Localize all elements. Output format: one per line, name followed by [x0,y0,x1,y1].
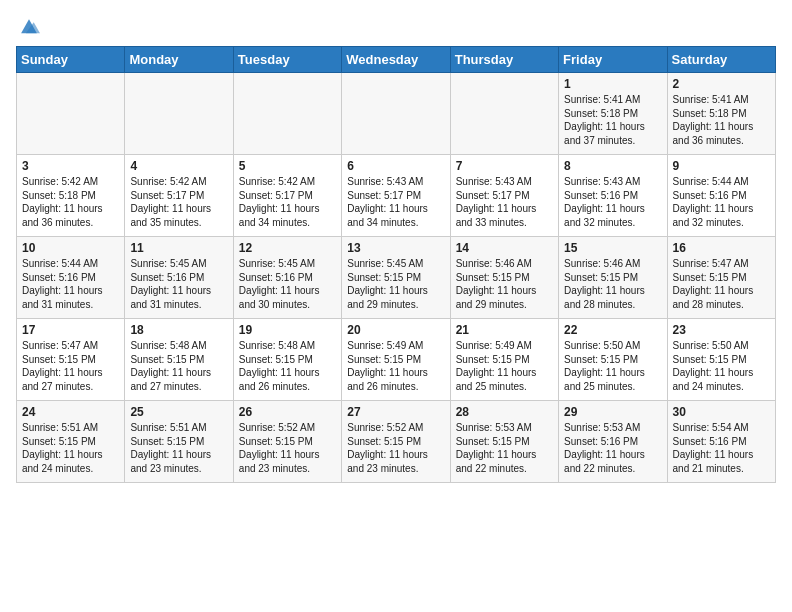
day-number: 19 [239,323,336,337]
calendar-week-row: 3Sunrise: 5:42 AM Sunset: 5:18 PM Daylig… [17,155,776,237]
weekday-header: Friday [559,47,667,73]
day-number: 2 [673,77,770,91]
day-info: Sunrise: 5:48 AM Sunset: 5:15 PM Dayligh… [130,339,227,393]
calendar-cell: 19Sunrise: 5:48 AM Sunset: 5:15 PM Dayli… [233,319,341,401]
day-number: 23 [673,323,770,337]
day-number: 14 [456,241,553,255]
calendar-cell [450,73,558,155]
calendar-cell: 29Sunrise: 5:53 AM Sunset: 5:16 PM Dayli… [559,401,667,483]
day-number: 20 [347,323,444,337]
calendar-cell: 28Sunrise: 5:53 AM Sunset: 5:15 PM Dayli… [450,401,558,483]
calendar-cell: 14Sunrise: 5:46 AM Sunset: 5:15 PM Dayli… [450,237,558,319]
calendar-cell: 1Sunrise: 5:41 AM Sunset: 5:18 PM Daylig… [559,73,667,155]
calendar-cell: 10Sunrise: 5:44 AM Sunset: 5:16 PM Dayli… [17,237,125,319]
calendar-cell [125,73,233,155]
calendar-cell: 9Sunrise: 5:44 AM Sunset: 5:16 PM Daylig… [667,155,775,237]
calendar-cell: 24Sunrise: 5:51 AM Sunset: 5:15 PM Dayli… [17,401,125,483]
weekday-header: Monday [125,47,233,73]
calendar-week-row: 17Sunrise: 5:47 AM Sunset: 5:15 PM Dayli… [17,319,776,401]
day-number: 16 [673,241,770,255]
day-info: Sunrise: 5:50 AM Sunset: 5:15 PM Dayligh… [564,339,661,393]
day-info: Sunrise: 5:52 AM Sunset: 5:15 PM Dayligh… [347,421,444,475]
day-info: Sunrise: 5:43 AM Sunset: 5:16 PM Dayligh… [564,175,661,229]
calendar-cell: 13Sunrise: 5:45 AM Sunset: 5:15 PM Dayli… [342,237,450,319]
day-info: Sunrise: 5:43 AM Sunset: 5:17 PM Dayligh… [347,175,444,229]
day-info: Sunrise: 5:46 AM Sunset: 5:15 PM Dayligh… [564,257,661,311]
day-number: 27 [347,405,444,419]
calendar-cell: 4Sunrise: 5:42 AM Sunset: 5:17 PM Daylig… [125,155,233,237]
day-info: Sunrise: 5:50 AM Sunset: 5:15 PM Dayligh… [673,339,770,393]
calendar-cell: 30Sunrise: 5:54 AM Sunset: 5:16 PM Dayli… [667,401,775,483]
day-number: 17 [22,323,119,337]
page: SundayMondayTuesdayWednesdayThursdayFrid… [0,0,792,495]
calendar-cell: 23Sunrise: 5:50 AM Sunset: 5:15 PM Dayli… [667,319,775,401]
calendar-cell: 21Sunrise: 5:49 AM Sunset: 5:15 PM Dayli… [450,319,558,401]
day-number: 7 [456,159,553,173]
weekday-header: Tuesday [233,47,341,73]
calendar-cell: 5Sunrise: 5:42 AM Sunset: 5:17 PM Daylig… [233,155,341,237]
day-number: 13 [347,241,444,255]
day-info: Sunrise: 5:42 AM Sunset: 5:17 PM Dayligh… [239,175,336,229]
day-number: 12 [239,241,336,255]
day-number: 5 [239,159,336,173]
day-info: Sunrise: 5:51 AM Sunset: 5:15 PM Dayligh… [130,421,227,475]
day-number: 30 [673,405,770,419]
day-info: Sunrise: 5:49 AM Sunset: 5:15 PM Dayligh… [347,339,444,393]
day-number: 15 [564,241,661,255]
day-info: Sunrise: 5:51 AM Sunset: 5:15 PM Dayligh… [22,421,119,475]
day-info: Sunrise: 5:41 AM Sunset: 5:18 PM Dayligh… [673,93,770,147]
calendar-cell: 17Sunrise: 5:47 AM Sunset: 5:15 PM Dayli… [17,319,125,401]
day-number: 24 [22,405,119,419]
day-info: Sunrise: 5:43 AM Sunset: 5:17 PM Dayligh… [456,175,553,229]
calendar-cell: 26Sunrise: 5:52 AM Sunset: 5:15 PM Dayli… [233,401,341,483]
weekday-header: Sunday [17,47,125,73]
calendar-cell: 16Sunrise: 5:47 AM Sunset: 5:15 PM Dayli… [667,237,775,319]
calendar-week-row: 24Sunrise: 5:51 AM Sunset: 5:15 PM Dayli… [17,401,776,483]
day-info: Sunrise: 5:42 AM Sunset: 5:18 PM Dayligh… [22,175,119,229]
day-info: Sunrise: 5:42 AM Sunset: 5:17 PM Dayligh… [130,175,227,229]
calendar-cell: 18Sunrise: 5:48 AM Sunset: 5:15 PM Dayli… [125,319,233,401]
calendar-week-row: 10Sunrise: 5:44 AM Sunset: 5:16 PM Dayli… [17,237,776,319]
day-number: 25 [130,405,227,419]
day-info: Sunrise: 5:45 AM Sunset: 5:16 PM Dayligh… [130,257,227,311]
day-number: 9 [673,159,770,173]
logo-icon [18,16,40,38]
day-info: Sunrise: 5:53 AM Sunset: 5:16 PM Dayligh… [564,421,661,475]
day-info: Sunrise: 5:45 AM Sunset: 5:16 PM Dayligh… [239,257,336,311]
calendar-cell: 15Sunrise: 5:46 AM Sunset: 5:15 PM Dayli… [559,237,667,319]
day-number: 8 [564,159,661,173]
day-number: 22 [564,323,661,337]
header [16,16,776,38]
day-info: Sunrise: 5:45 AM Sunset: 5:15 PM Dayligh… [347,257,444,311]
day-number: 26 [239,405,336,419]
day-number: 21 [456,323,553,337]
calendar-cell: 12Sunrise: 5:45 AM Sunset: 5:16 PM Dayli… [233,237,341,319]
calendar-cell: 8Sunrise: 5:43 AM Sunset: 5:16 PM Daylig… [559,155,667,237]
day-number: 3 [22,159,119,173]
weekday-header: Thursday [450,47,558,73]
day-info: Sunrise: 5:46 AM Sunset: 5:15 PM Dayligh… [456,257,553,311]
weekday-header: Saturday [667,47,775,73]
day-info: Sunrise: 5:47 AM Sunset: 5:15 PM Dayligh… [22,339,119,393]
day-number: 6 [347,159,444,173]
day-info: Sunrise: 5:41 AM Sunset: 5:18 PM Dayligh… [564,93,661,147]
day-info: Sunrise: 5:44 AM Sunset: 5:16 PM Dayligh… [22,257,119,311]
day-info: Sunrise: 5:52 AM Sunset: 5:15 PM Dayligh… [239,421,336,475]
calendar-cell: 22Sunrise: 5:50 AM Sunset: 5:15 PM Dayli… [559,319,667,401]
day-number: 28 [456,405,553,419]
day-info: Sunrise: 5:44 AM Sunset: 5:16 PM Dayligh… [673,175,770,229]
calendar-cell: 6Sunrise: 5:43 AM Sunset: 5:17 PM Daylig… [342,155,450,237]
calendar-cell: 11Sunrise: 5:45 AM Sunset: 5:16 PM Dayli… [125,237,233,319]
calendar-cell: 25Sunrise: 5:51 AM Sunset: 5:15 PM Dayli… [125,401,233,483]
calendar-header-row: SundayMondayTuesdayWednesdayThursdayFrid… [17,47,776,73]
calendar-cell [342,73,450,155]
calendar-cell: 27Sunrise: 5:52 AM Sunset: 5:15 PM Dayli… [342,401,450,483]
day-info: Sunrise: 5:53 AM Sunset: 5:15 PM Dayligh… [456,421,553,475]
day-info: Sunrise: 5:47 AM Sunset: 5:15 PM Dayligh… [673,257,770,311]
day-number: 4 [130,159,227,173]
weekday-header: Wednesday [342,47,450,73]
day-number: 18 [130,323,227,337]
day-number: 29 [564,405,661,419]
calendar-week-row: 1Sunrise: 5:41 AM Sunset: 5:18 PM Daylig… [17,73,776,155]
day-info: Sunrise: 5:54 AM Sunset: 5:16 PM Dayligh… [673,421,770,475]
